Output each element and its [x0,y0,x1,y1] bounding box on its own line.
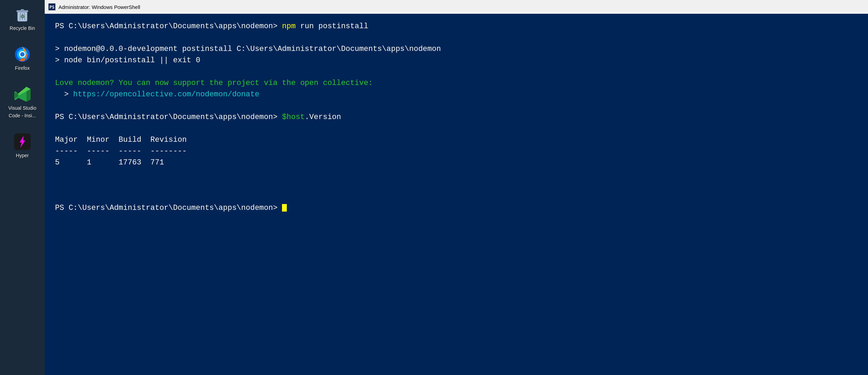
hyper-label: Hyper [16,153,29,158]
terminal-link-line: > https://opencollective.com/nodemon/don… [55,89,858,100]
terminal-blank-2 [55,66,858,77]
terminal-final-prompt: PS C:\Users\Administrator\Documents\apps… [55,202,858,214]
hyper-icon [13,133,31,151]
terminal-love-message: Love nodemon? You can now support the pr… [55,77,858,89]
terminal-table-sep: ----- ----- ----- -------- [55,146,858,157]
desktop-icon-firefox[interactable]: Firefox [11,43,33,73]
svg-text:♻: ♻ [20,14,24,19]
powershell-window: PS Administrator: Windows PowerShell PS … [45,0,868,375]
terminal-line-2: > nodemon@0.0.0-development postinstall … [55,43,858,55]
terminal-blank-3 [55,100,858,111]
desktop-icon-vscode[interactable]: Visual Studio Code - Insi... [6,83,38,120]
terminal-blank-7 [55,191,858,202]
vscode-icon [13,85,31,103]
titlebar: PS Administrator: Windows PowerShell [45,0,868,14]
recycle-bin-icon: ♻ [13,6,31,23]
svg-rect-2 [21,9,24,11]
desktop-icon-recycle-bin[interactable]: ♻ Recycle Bin [8,3,37,33]
desktop-sidebar: ♻ Recycle Bin Firefox [0,0,45,375]
recycle-bin-label: Recycle Bin [10,25,35,31]
vscode-label-line1: Visual Studio [8,105,36,111]
terminal-blank-5 [55,168,858,180]
terminal-cursor [282,204,287,212]
terminal-content[interactable]: PS C:\Users\Administrator\Documents\apps… [45,14,868,375]
powershell-icon: PS [48,3,56,11]
terminal-line-4: PS C:\Users\Administrator\Documents\apps… [55,111,858,123]
firefox-icon [13,45,31,63]
terminal-line-3: > node bin/postinstall || exit 0 [55,55,858,66]
terminal-line-1: PS C:\Users\Administrator\Documents\apps… [55,21,858,32]
titlebar-title: Administrator: Windows PowerShell [58,4,140,10]
terminal-table-header: Major Minor Build Revision [55,134,858,146]
firefox-label: Firefox [15,65,30,71]
svg-point-11 [20,52,25,57]
svg-text:PS: PS [50,5,54,10]
terminal-blank-4 [55,123,858,134]
vscode-label-line2: Code - Insi... [9,113,36,118]
terminal-blank-6 [55,180,858,191]
desktop-icon-hyper[interactable]: Hyper [11,131,33,160]
terminal-blank-1 [55,32,858,43]
terminal-table-row: 5 1 17763 771 [55,157,858,168]
